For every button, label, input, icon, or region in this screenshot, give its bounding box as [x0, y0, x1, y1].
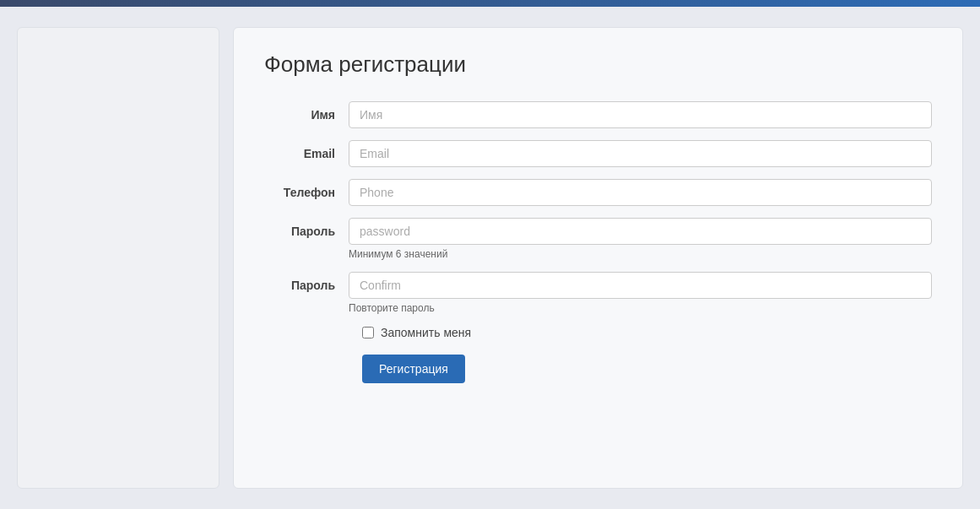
- confirm-row: Пароль Повторите пароль: [264, 272, 932, 314]
- password-input-wrapper: Минимум 6 значений: [349, 218, 932, 260]
- email-input-wrapper: [349, 140, 932, 167]
- page-content: Форма регистрации Имя Email Телефон Паро…: [0, 7, 980, 509]
- form-title: Форма регистрации: [264, 51, 932, 78]
- remember-me-row: Запомнить меня: [362, 326, 932, 339]
- password-hint: Минимум 6 значений: [349, 248, 932, 260]
- phone-input-wrapper: [349, 179, 932, 206]
- confirm-input[interactable]: [349, 272, 932, 299]
- top-bar: [0, 0, 980, 7]
- sidebar-panel: [17, 27, 219, 489]
- email-label: Email: [264, 140, 349, 160]
- password-input[interactable]: [349, 218, 932, 245]
- phone-row: Телефон: [264, 179, 932, 206]
- confirm-hint: Повторите пароль: [349, 302, 932, 314]
- remember-me-label[interactable]: Запомнить меня: [381, 326, 471, 339]
- name-input-wrapper: [349, 101, 932, 128]
- phone-label: Телефон: [264, 179, 349, 199]
- confirm-input-wrapper: Повторите пароль: [349, 272, 932, 314]
- name-label: Имя: [264, 101, 349, 122]
- email-input[interactable]: [349, 140, 932, 167]
- password-label: Пароль: [264, 218, 349, 238]
- confirm-label: Пароль: [264, 272, 349, 292]
- password-row: Пароль Минимум 6 значений: [264, 218, 932, 260]
- remember-me-checkbox[interactable]: [362, 327, 374, 338]
- email-row: Email: [264, 140, 932, 167]
- form-panel: Форма регистрации Имя Email Телефон Паро…: [233, 27, 963, 489]
- submit-button[interactable]: Регистрация: [362, 355, 465, 383]
- name-input[interactable]: [349, 101, 932, 128]
- submit-row: Регистрация: [362, 355, 932, 383]
- phone-input[interactable]: [349, 179, 932, 206]
- name-row: Имя: [264, 101, 932, 128]
